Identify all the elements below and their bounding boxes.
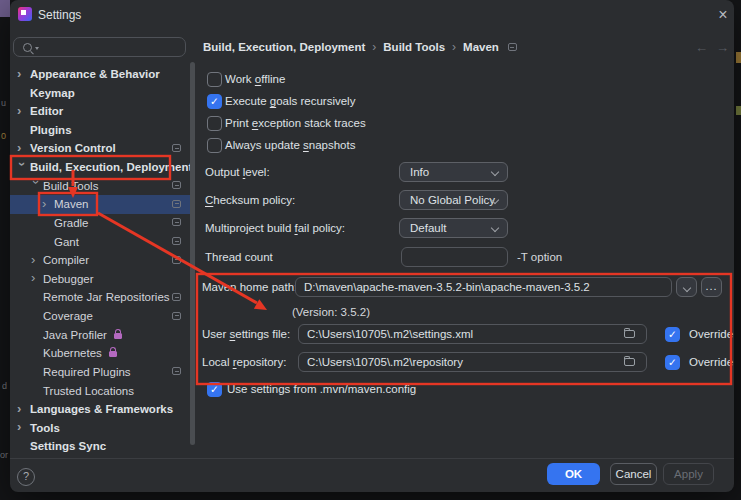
checkbox-execute-goals-recursively[interactable]: ✓: [207, 94, 222, 109]
maven-home-path-label: Maven home path:: [202, 281, 297, 293]
sidebar-item-compiler[interactable]: ›Compiler: [10, 251, 191, 270]
dialog-title: Settings: [38, 8, 81, 22]
background-fragment: [736, 106, 741, 115]
modified-indicator-icon: [172, 256, 181, 264]
sidebar-item-label: Tools: [30, 422, 60, 434]
sidebar-scrollbar[interactable]: [190, 62, 195, 445]
sidebar-item-settings-sync[interactable]: Settings Sync: [10, 437, 191, 456]
override-label: Override: [689, 356, 733, 368]
folder-icon[interactable]: [624, 330, 635, 338]
sidebar-item-kubernetes[interactable]: Kubernetes: [10, 344, 191, 363]
dropdown-multiproject-build-fail-policy[interactable]: Default: [399, 218, 508, 238]
maven-home-dropdown-button[interactable]: [676, 277, 697, 297]
footer-separator: [10, 458, 734, 459]
local-repository-input[interactable]: C:\Users\10705\.m2\repository: [298, 352, 647, 372]
use-mvn-config-label: Use settings from .mvn/maven.config: [227, 383, 416, 395]
thread-count-input[interactable]: [401, 247, 508, 267]
sidebar-item-trusted-locations[interactable]: Trusted Locations: [10, 381, 191, 400]
sidebar-item-plugins[interactable]: Plugins: [10, 120, 191, 139]
chevron-down-icon[interactable]: ›: [17, 162, 27, 172]
chevron-right-icon[interactable]: ›: [17, 106, 27, 116]
checkbox-label: Execute goals recursively: [225, 95, 355, 107]
sidebar-item-label: Trusted Locations: [43, 385, 134, 397]
sidebar-item-label: Gant: [54, 236, 79, 248]
sidebar-item-label: Debugger: [43, 273, 94, 285]
sidebar-item-coverage[interactable]: Coverage: [10, 307, 191, 326]
sidebar-item-gradle[interactable]: Gradle: [10, 213, 191, 232]
modified-indicator-icon: [172, 293, 181, 301]
dropdown-output-level[interactable]: Info: [399, 162, 508, 182]
override-user-settings-checkbox[interactable]: ✓: [665, 327, 680, 342]
use-mvn-config-checkbox[interactable]: ✓: [207, 382, 222, 397]
chevron-right-icon[interactable]: ›: [42, 199, 52, 209]
maven-home-path-combobox[interactable]: D:\maven\apache-maven-3.5.2-bin\apache-m…: [295, 277, 672, 297]
sidebar-item-gant[interactable]: Gant: [10, 232, 191, 251]
chevron-right-icon[interactable]: ›: [17, 69, 27, 79]
settings-search-input[interactable]: [13, 37, 186, 57]
override-local-repository-checkbox[interactable]: ✓: [665, 355, 680, 370]
checkbox-label: Work offline: [225, 73, 285, 85]
chevron-right-icon[interactable]: ›: [31, 255, 41, 265]
chevron-right-icon[interactable]: ›: [17, 422, 27, 432]
back-icon[interactable]: ←: [695, 40, 708, 55]
breadcrumb-item-maven[interactable]: Maven: [463, 41, 499, 53]
modified-indicator-icon: [172, 218, 181, 226]
maven-home-browse-button[interactable]: ...: [701, 277, 722, 297]
breadcrumb: Build, Execution, Deployment›Build Tools…: [203, 40, 517, 54]
background-text-fragment: 0: [1, 131, 6, 141]
intellij-logo-icon: [18, 7, 32, 21]
sidebar-item-maven[interactable]: ›Maven: [10, 195, 191, 214]
sidebar-item-debugger[interactable]: ›Debugger: [10, 269, 191, 288]
sidebar-item-label: Gradle: [54, 217, 89, 229]
ok-button[interactable]: OK: [547, 463, 600, 485]
sidebar-item-languages-frameworks[interactable]: ›Languages & Frameworks: [10, 400, 191, 419]
chevron-down-icon[interactable]: ›: [31, 180, 41, 190]
local-repository-label: Local repository:: [202, 356, 286, 368]
chevron-right-icon[interactable]: ›: [17, 404, 27, 414]
sidebar-item-build-execution-deployment[interactable]: ›Build, Execution, Deployment: [10, 158, 191, 177]
apply-button-disabled[interactable]: Apply: [663, 463, 714, 485]
breadcrumb-item-build-execution-deployment[interactable]: Build, Execution, Deployment: [203, 41, 365, 53]
maven-version-note: (Version: 3.5.2): [292, 306, 370, 318]
sidebar-item-version-control[interactable]: ›Version Control: [10, 139, 191, 158]
sidebar-item-java-profiler[interactable]: Java Profiler: [10, 325, 191, 344]
checkbox-print-exception-stack-traces[interactable]: [207, 116, 222, 131]
breadcrumb-separator: ›: [452, 40, 456, 54]
sidebar-item-label: Appearance & Behavior: [30, 68, 160, 80]
sidebar-item-label: Java Profiler: [43, 329, 107, 341]
sidebar-item-required-plugins[interactable]: Required Plugins: [10, 362, 191, 381]
breadcrumb-item-build-tools[interactable]: Build Tools: [383, 41, 445, 53]
folder-icon[interactable]: [624, 358, 635, 366]
modified-indicator-icon: [172, 200, 181, 208]
search-icon: [23, 43, 32, 52]
dropdown-checksum-policy[interactable]: No Global Policy: [399, 190, 508, 210]
close-icon[interactable]: ×: [711, 4, 734, 26]
modified-indicator-icon: [172, 312, 181, 320]
sidebar-item-appearance-behavior[interactable]: ›Appearance & Behavior: [10, 65, 191, 84]
sidebar-item-label: Settings Sync: [30, 440, 106, 452]
help-button[interactable]: ?: [17, 468, 35, 486]
sidebar-item-build-tools[interactable]: ›Build Tools: [10, 176, 191, 195]
dropdown-label: Checksum policy:: [205, 194, 295, 206]
user-settings-file-input[interactable]: C:\Users\10705\.m2\settings.xml: [298, 324, 647, 344]
sidebar-item-keymap[interactable]: Keymap: [10, 83, 191, 102]
sidebar-item-label: Maven: [54, 198, 89, 210]
sidebar-item-label: Languages & Frameworks: [30, 403, 173, 415]
checkbox-work-offline[interactable]: [207, 72, 222, 87]
sidebar-item-label: Coverage: [43, 310, 93, 322]
sidebar-item-label: Build, Execution, Deployment: [30, 161, 192, 173]
dropdown-label: Multiproject build fail policy:: [205, 222, 345, 234]
sidebar-item-tools[interactable]: ›Tools: [10, 418, 191, 437]
thread-count-suffix: -T option: [517, 251, 562, 263]
modified-indicator-icon: [508, 43, 517, 51]
chevron-down-icon: [683, 284, 691, 292]
chevron-right-icon[interactable]: ›: [31, 273, 41, 283]
lock-icon: [109, 351, 117, 357]
sidebar-item-editor[interactable]: ›Editor: [10, 102, 191, 121]
chevron-right-icon[interactable]: ›: [17, 143, 27, 153]
forward-icon[interactable]: →: [716, 40, 729, 55]
checkbox-always-update-snapshots[interactable]: [207, 138, 222, 153]
sidebar-item-remote-jar-repositories[interactable]: Remote Jar Repositories: [10, 288, 191, 307]
cancel-button[interactable]: Cancel: [610, 463, 657, 485]
modified-indicator-icon: [172, 181, 181, 189]
